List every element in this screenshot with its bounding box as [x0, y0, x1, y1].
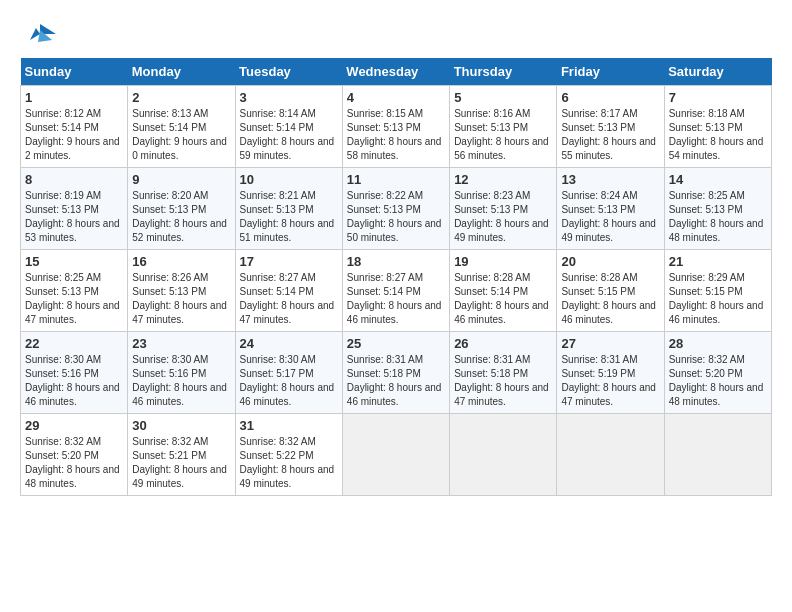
day-number: 29 [25, 418, 123, 433]
calendar-cell: 10 Sunrise: 8:21 AMSunset: 5:13 PMDaylig… [235, 168, 342, 250]
cell-info: Sunrise: 8:18 AMSunset: 5:13 PMDaylight:… [669, 108, 764, 161]
svg-marker-2 [30, 28, 40, 40]
day-number: 19 [454, 254, 552, 269]
cell-info: Sunrise: 8:17 AMSunset: 5:13 PMDaylight:… [561, 108, 656, 161]
day-number: 31 [240, 418, 338, 433]
calendar-week-2: 8 Sunrise: 8:19 AMSunset: 5:13 PMDayligh… [21, 168, 772, 250]
cell-info: Sunrise: 8:29 AMSunset: 5:15 PMDaylight:… [669, 272, 764, 325]
cell-info: Sunrise: 8:28 AMSunset: 5:15 PMDaylight:… [561, 272, 656, 325]
cell-info: Sunrise: 8:25 AMSunset: 5:13 PMDaylight:… [25, 272, 120, 325]
day-number: 16 [132, 254, 230, 269]
cell-info: Sunrise: 8:31 AMSunset: 5:19 PMDaylight:… [561, 354, 656, 407]
day-number: 22 [25, 336, 123, 351]
calendar-week-1: 1 Sunrise: 8:12 AMSunset: 5:14 PMDayligh… [21, 86, 772, 168]
calendar-cell: 2 Sunrise: 8:13 AMSunset: 5:14 PMDayligh… [128, 86, 235, 168]
day-number: 12 [454, 172, 552, 187]
logo [20, 20, 60, 48]
cell-info: Sunrise: 8:26 AMSunset: 5:13 PMDaylight:… [132, 272, 227, 325]
day-number: 23 [132, 336, 230, 351]
calendar-cell: 29 Sunrise: 8:32 AMSunset: 5:20 PMDaylig… [21, 414, 128, 496]
weekday-header-tuesday: Tuesday [235, 58, 342, 86]
calendar-cell: 22 Sunrise: 8:30 AMSunset: 5:16 PMDaylig… [21, 332, 128, 414]
cell-info: Sunrise: 8:23 AMSunset: 5:13 PMDaylight:… [454, 190, 549, 243]
cell-info: Sunrise: 8:32 AMSunset: 5:20 PMDaylight:… [669, 354, 764, 407]
day-number: 18 [347, 254, 445, 269]
calendar-cell: 13 Sunrise: 8:24 AMSunset: 5:13 PMDaylig… [557, 168, 664, 250]
day-number: 8 [25, 172, 123, 187]
weekday-header-row: SundayMondayTuesdayWednesdayThursdayFrid… [21, 58, 772, 86]
calendar-cell: 27 Sunrise: 8:31 AMSunset: 5:19 PMDaylig… [557, 332, 664, 414]
weekday-header-sunday: Sunday [21, 58, 128, 86]
day-number: 6 [561, 90, 659, 105]
calendar-cell: 6 Sunrise: 8:17 AMSunset: 5:13 PMDayligh… [557, 86, 664, 168]
cell-info: Sunrise: 8:15 AMSunset: 5:13 PMDaylight:… [347, 108, 442, 161]
calendar-cell: 5 Sunrise: 8:16 AMSunset: 5:13 PMDayligh… [450, 86, 557, 168]
day-number: 4 [347, 90, 445, 105]
calendar-cell: 17 Sunrise: 8:27 AMSunset: 5:14 PMDaylig… [235, 250, 342, 332]
calendar-cell: 11 Sunrise: 8:22 AMSunset: 5:13 PMDaylig… [342, 168, 449, 250]
cell-info: Sunrise: 8:31 AMSunset: 5:18 PMDaylight:… [347, 354, 442, 407]
calendar-cell: 21 Sunrise: 8:29 AMSunset: 5:15 PMDaylig… [664, 250, 771, 332]
cell-info: Sunrise: 8:27 AMSunset: 5:14 PMDaylight:… [240, 272, 335, 325]
weekday-header-friday: Friday [557, 58, 664, 86]
calendar-cell: 7 Sunrise: 8:18 AMSunset: 5:13 PMDayligh… [664, 86, 771, 168]
cell-info: Sunrise: 8:22 AMSunset: 5:13 PMDaylight:… [347, 190, 442, 243]
cell-info: Sunrise: 8:32 AMSunset: 5:20 PMDaylight:… [25, 436, 120, 489]
cell-info: Sunrise: 8:25 AMSunset: 5:13 PMDaylight:… [669, 190, 764, 243]
calendar-cell: 1 Sunrise: 8:12 AMSunset: 5:14 PMDayligh… [21, 86, 128, 168]
day-number: 25 [347, 336, 445, 351]
day-number: 9 [132, 172, 230, 187]
day-number: 24 [240, 336, 338, 351]
day-number: 30 [132, 418, 230, 433]
day-number: 27 [561, 336, 659, 351]
calendar-cell: 26 Sunrise: 8:31 AMSunset: 5:18 PMDaylig… [450, 332, 557, 414]
day-number: 3 [240, 90, 338, 105]
cell-info: Sunrise: 8:19 AMSunset: 5:13 PMDaylight:… [25, 190, 120, 243]
calendar-cell: 8 Sunrise: 8:19 AMSunset: 5:13 PMDayligh… [21, 168, 128, 250]
cell-info: Sunrise: 8:20 AMSunset: 5:13 PMDaylight:… [132, 190, 227, 243]
day-number: 1 [25, 90, 123, 105]
calendar-cell: 12 Sunrise: 8:23 AMSunset: 5:13 PMDaylig… [450, 168, 557, 250]
day-number: 7 [669, 90, 767, 105]
calendar-table: SundayMondayTuesdayWednesdayThursdayFrid… [20, 58, 772, 496]
calendar-cell [664, 414, 771, 496]
calendar-cell: 9 Sunrise: 8:20 AMSunset: 5:13 PMDayligh… [128, 168, 235, 250]
calendar-cell: 3 Sunrise: 8:14 AMSunset: 5:14 PMDayligh… [235, 86, 342, 168]
cell-info: Sunrise: 8:16 AMSunset: 5:13 PMDaylight:… [454, 108, 549, 161]
cell-info: Sunrise: 8:30 AMSunset: 5:16 PMDaylight:… [25, 354, 120, 407]
calendar-cell: 25 Sunrise: 8:31 AMSunset: 5:18 PMDaylig… [342, 332, 449, 414]
day-number: 10 [240, 172, 338, 187]
cell-info: Sunrise: 8:24 AMSunset: 5:13 PMDaylight:… [561, 190, 656, 243]
day-number: 11 [347, 172, 445, 187]
cell-info: Sunrise: 8:30 AMSunset: 5:17 PMDaylight:… [240, 354, 335, 407]
cell-info: Sunrise: 8:14 AMSunset: 5:14 PMDaylight:… [240, 108, 335, 161]
day-number: 13 [561, 172, 659, 187]
cell-info: Sunrise: 8:30 AMSunset: 5:16 PMDaylight:… [132, 354, 227, 407]
day-number: 15 [25, 254, 123, 269]
weekday-header-thursday: Thursday [450, 58, 557, 86]
cell-info: Sunrise: 8:12 AMSunset: 5:14 PMDaylight:… [25, 108, 120, 161]
calendar-cell [557, 414, 664, 496]
cell-info: Sunrise: 8:31 AMSunset: 5:18 PMDaylight:… [454, 354, 549, 407]
calendar-cell: 14 Sunrise: 8:25 AMSunset: 5:13 PMDaylig… [664, 168, 771, 250]
page-header [20, 20, 772, 48]
day-number: 17 [240, 254, 338, 269]
cell-info: Sunrise: 8:32 AMSunset: 5:22 PMDaylight:… [240, 436, 335, 489]
calendar-week-5: 29 Sunrise: 8:32 AMSunset: 5:20 PMDaylig… [21, 414, 772, 496]
calendar-cell: 15 Sunrise: 8:25 AMSunset: 5:13 PMDaylig… [21, 250, 128, 332]
weekday-header-wednesday: Wednesday [342, 58, 449, 86]
day-number: 20 [561, 254, 659, 269]
calendar-week-3: 15 Sunrise: 8:25 AMSunset: 5:13 PMDaylig… [21, 250, 772, 332]
day-number: 5 [454, 90, 552, 105]
calendar-cell: 28 Sunrise: 8:32 AMSunset: 5:20 PMDaylig… [664, 332, 771, 414]
day-number: 2 [132, 90, 230, 105]
day-number: 21 [669, 254, 767, 269]
calendar-cell: 23 Sunrise: 8:30 AMSunset: 5:16 PMDaylig… [128, 332, 235, 414]
weekday-header-saturday: Saturday [664, 58, 771, 86]
day-number: 26 [454, 336, 552, 351]
calendar-cell: 18 Sunrise: 8:27 AMSunset: 5:14 PMDaylig… [342, 250, 449, 332]
calendar-cell: 24 Sunrise: 8:30 AMSunset: 5:17 PMDaylig… [235, 332, 342, 414]
cell-info: Sunrise: 8:21 AMSunset: 5:13 PMDaylight:… [240, 190, 335, 243]
weekday-header-monday: Monday [128, 58, 235, 86]
calendar-cell: 4 Sunrise: 8:15 AMSunset: 5:13 PMDayligh… [342, 86, 449, 168]
